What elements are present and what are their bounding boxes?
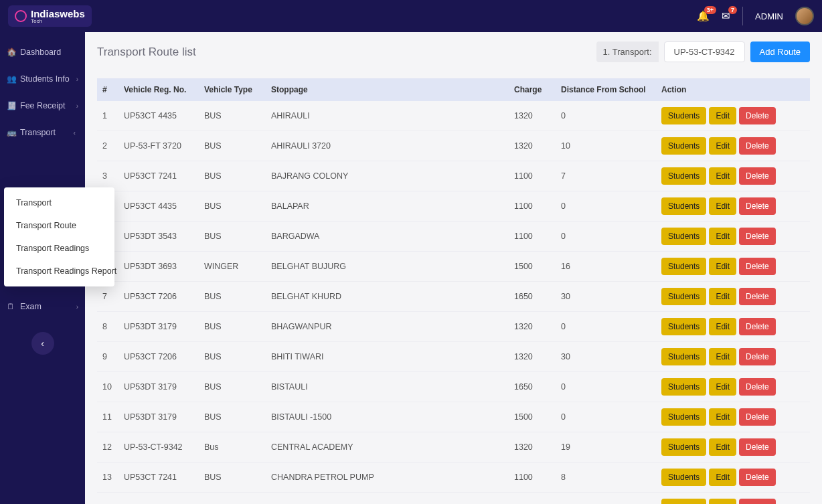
cell-stop: AHIRAULI 3720: [266, 131, 509, 161]
edit-button[interactable]: Edit: [709, 137, 736, 155]
edit-button[interactable]: Edit: [709, 167, 736, 185]
sidebar-item-students-info[interactable]: 👥Students Info›: [0, 66, 85, 92]
edit-button[interactable]: Edit: [709, 408, 736, 426]
table-row: 14UP-53-FT 3720BUSDEEHAGHAT132015Student…: [97, 493, 810, 505]
edit-button[interactable]: Edit: [709, 378, 736, 396]
edit-button[interactable]: Edit: [709, 499, 736, 504]
students-button[interactable]: Students: [661, 438, 706, 456]
submenu-item-transport-readings-report[interactable]: Transport Readings Report: [4, 260, 114, 282]
table-row: 11UP53DT 3179BUSBISTAULI -150015000Stude…: [97, 402, 810, 432]
delete-button[interactable]: Delete: [739, 408, 776, 426]
cell-stop: BELGHAT BUJURG: [266, 252, 509, 282]
students-button[interactable]: Students: [661, 348, 706, 365]
edit-button[interactable]: Edit: [709, 348, 736, 365]
table-row: 3UP53CT 7241BUSBAJRANG COLONY11007Studen…: [97, 161, 810, 191]
students-button[interactable]: Students: [661, 288, 706, 305]
students-button[interactable]: Students: [661, 469, 706, 486]
delete-button[interactable]: Delete: [739, 107, 776, 124]
cell-dist: 0: [556, 402, 656, 432]
admin-label[interactable]: ADMIN: [755, 11, 783, 21]
delete-button[interactable]: Delete: [739, 258, 776, 275]
cell-charge: 1100: [509, 222, 556, 252]
cell-dist: 19: [556, 432, 656, 463]
students-button[interactable]: Students: [661, 197, 706, 215]
brand-logo[interactable]: Indiaswebs Tech: [8, 5, 92, 27]
sidebar-collapse-button[interactable]: ‹: [31, 332, 54, 355]
students-button[interactable]: Students: [661, 137, 706, 155]
delete-button[interactable]: Delete: [739, 318, 776, 335]
nav-label: Dashboard: [20, 48, 61, 57]
delete-button[interactable]: Delete: [739, 499, 776, 504]
table-row: 7UP53CT 7206BUSBELGHAT KHURD165030Studen…: [97, 282, 810, 312]
cell-actions: StudentsEditDelete: [656, 432, 810, 463]
edit-button[interactable]: Edit: [709, 318, 736, 335]
edit-button[interactable]: Edit: [709, 228, 736, 245]
submenu-item-transport-route[interactable]: Transport Route: [4, 214, 114, 237]
students-button[interactable]: Students: [661, 228, 706, 245]
cell-reg: UP53CT 4435: [118, 191, 199, 222]
students-button[interactable]: Students: [661, 408, 706, 426]
edit-button[interactable]: Edit: [709, 258, 736, 275]
transport-selector[interactable]: UP-53-CT-9342: [664, 41, 745, 62]
avatar[interactable]: [795, 7, 814, 25]
cell-stop: CENTRAL ACADEMY: [266, 432, 509, 463]
cell-charge: 1500: [509, 252, 556, 282]
sidebar-item-transport[interactable]: 🚌Transport⌄: [0, 119, 85, 146]
add-route-button[interactable]: Add Route: [750, 41, 810, 62]
cell-charge: 1500: [509, 402, 556, 432]
delete-button[interactable]: Delete: [739, 438, 776, 456]
cell-charge: 1320: [509, 312, 556, 342]
cell-actions: StudentsEditDelete: [656, 493, 810, 505]
students-button[interactable]: Students: [661, 167, 706, 185]
cell-stop: BISTAULI: [266, 372, 509, 402]
chevron-right-icon: ›: [76, 303, 78, 311]
delete-button[interactable]: Delete: [739, 228, 776, 245]
cell-actions: StudentsEditDelete: [656, 312, 810, 342]
delete-button[interactable]: Delete: [739, 197, 776, 215]
students-button[interactable]: Students: [661, 318, 706, 335]
edit-button[interactable]: Edit: [709, 438, 736, 456]
students-button[interactable]: Students: [661, 378, 706, 396]
table-row: 2UP-53-FT 3720BUSAHIRAULI 3720132010Stud…: [97, 131, 810, 161]
mail-icon[interactable]: ✉7: [722, 10, 730, 22]
cell-charge: 1320: [509, 493, 556, 505]
sidebar-item-fee-receipt[interactable]: 🧾Fee Receipt›: [0, 92, 85, 119]
edit-button[interactable]: Edit: [709, 469, 736, 486]
delete-button[interactable]: Delete: [739, 167, 776, 185]
transport-submenu: TransportTransport RouteTransport Readin…: [4, 187, 114, 286]
delete-button[interactable]: Delete: [739, 288, 776, 305]
cell-reg: UP53DT 3179: [118, 402, 199, 432]
submenu-item-transport[interactable]: Transport: [4, 191, 114, 214]
nav-label: Fee Receipt: [20, 101, 65, 110]
cell-type: BUS: [199, 101, 266, 131]
cell-stop: BHITI TIWARI: [266, 342, 509, 372]
delete-button[interactable]: Delete: [739, 378, 776, 396]
delete-button[interactable]: Delete: [739, 348, 776, 365]
cell-reg: UP-53-FT 3720: [118, 493, 199, 505]
cell-actions: StudentsEditDelete: [656, 222, 810, 252]
delete-button[interactable]: Delete: [739, 469, 776, 486]
cell-type: BUS: [199, 372, 266, 402]
students-button[interactable]: Students: [661, 107, 706, 124]
nav-icon: 🧾: [7, 101, 16, 110]
students-button[interactable]: Students: [661, 499, 706, 504]
delete-button[interactable]: Delete: [739, 137, 776, 155]
cell-stop: DEEHAGHAT: [266, 493, 509, 505]
cell-actions: StudentsEditDelete: [656, 372, 810, 402]
cell-stop: AHIRAULI: [266, 101, 509, 131]
cell-type: BUS: [199, 131, 266, 161]
edit-button[interactable]: Edit: [709, 107, 736, 124]
cell-charge: 1650: [509, 372, 556, 402]
cell-type: BUS: [199, 342, 266, 372]
table-row: 9UP53CT 7206BUSBHITI TIWARI132030Student…: [97, 342, 810, 372]
submenu-item-transport-readings[interactable]: Transport Readings: [4, 237, 114, 260]
cell-reg: UP-53-FT 3720: [118, 131, 199, 161]
edit-button[interactable]: Edit: [709, 197, 736, 215]
sidebar-item-dashboard[interactable]: 🏠Dashboard: [0, 39, 85, 66]
nav-icon: 🏠: [7, 48, 16, 57]
edit-button[interactable]: Edit: [709, 288, 736, 305]
sidebar-item-exam[interactable]: 🗒Exam›: [0, 293, 85, 320]
students-button[interactable]: Students: [661, 258, 706, 275]
bell-icon[interactable]: 🔔3+: [697, 10, 710, 22]
cell-charge: 1100: [509, 463, 556, 493]
